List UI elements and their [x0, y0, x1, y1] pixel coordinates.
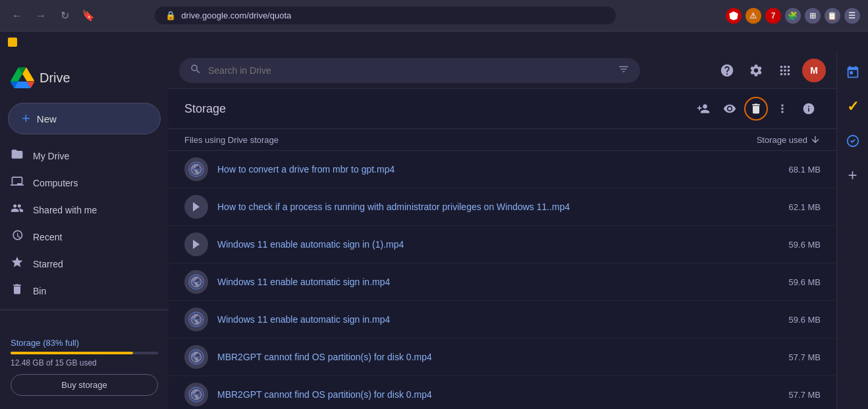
file-icon	[184, 157, 208, 181]
file-icon	[184, 383, 208, 406]
storage-page-title: Storage	[184, 102, 226, 116]
file-icon	[184, 195, 208, 219]
my-drive-icon	[11, 148, 24, 164]
file-icon	[184, 345, 208, 369]
file-size: 57.7 MB	[774, 352, 821, 362]
file-list-size-header: Storage used	[757, 134, 821, 145]
right-panel: M Storage	[169, 53, 868, 409]
file-name: How to check if a process is running wit…	[217, 202, 774, 212]
table-row[interactable]: Windows 11 enable automatic sign in (1).…	[169, 226, 836, 263]
add-sidebar-button[interactable]: +	[841, 163, 865, 187]
file-size: 59.6 MB	[774, 315, 821, 325]
preview-button[interactable]	[718, 97, 742, 121]
more-options-button[interactable]	[771, 97, 794, 121]
settings-button[interactable]	[744, 59, 768, 82]
forward-button[interactable]: →	[32, 7, 50, 25]
my-drive-label: My Drive	[33, 151, 69, 161]
delete-button[interactable]	[744, 97, 768, 121]
url-text: drive.google.com/drive/quota	[181, 11, 291, 20]
storage-label: Storage (83% full)	[11, 338, 158, 348]
top-bar-actions: M	[715, 59, 826, 82]
storage-header: Storage	[169, 89, 836, 129]
new-button-label: New	[37, 113, 57, 124]
sidebar-item-computers[interactable]: Computers	[0, 169, 161, 196]
storage-usage-text: 12.48 GB of 15 GB used	[11, 358, 158, 368]
play-icon	[193, 202, 200, 211]
brave-icon	[726, 8, 742, 24]
add-people-button[interactable]	[692, 97, 715, 121]
table-row[interactable]: How to check if a process is running wit…	[169, 188, 836, 226]
file-name: MBR2GPT cannot find OS partition(s) for …	[217, 352, 774, 362]
table-row[interactable]: Windows 11 enable automatic sign in.mp4 …	[169, 263, 836, 301]
shared-with-me-label: Shared with me	[33, 205, 97, 215]
search-input[interactable]	[208, 65, 611, 76]
ext-orange-icon: ⚠	[746, 8, 761, 24]
sidebar-item-recent[interactable]: Recent	[0, 223, 161, 250]
bin-icon	[11, 283, 24, 299]
file-name: MBR2GPT cannot find OS partition(s) for …	[217, 389, 774, 400]
file-name: Windows 11 enable automatic sign in.mp4	[217, 314, 774, 325]
sidebar-item-bin[interactable]: Bin	[0, 277, 161, 304]
main-content: M Storage	[169, 53, 836, 409]
ext-menu-icon: ☰	[844, 8, 860, 24]
address-bar[interactable]: 🔒 drive.google.com/drive/quota	[155, 7, 616, 24]
sidebar-item-my-drive[interactable]: My Drive	[0, 142, 161, 169]
file-name: Windows 11 enable automatic sign in (1).…	[217, 239, 774, 250]
file-size: 59.6 MB	[774, 277, 821, 287]
sidebar: Drive + New My Drive Computers Shared wi…	[0, 53, 169, 409]
search-filter-icon[interactable]	[618, 63, 630, 78]
tab-favicon	[8, 38, 17, 47]
file-icon	[184, 308, 208, 331]
ext-grid-icon: ⊞	[805, 8, 821, 24]
file-size: 68.1 MB	[774, 165, 821, 175]
bluecircle-sidebar-icon[interactable]	[841, 129, 865, 153]
info-button[interactable]	[797, 97, 821, 121]
sidebar-header: Drive	[0, 58, 169, 100]
play-icon	[193, 240, 200, 249]
sidebar-item-shared-with-me[interactable]: Shared with me	[0, 196, 161, 223]
bin-label: Bin	[33, 286, 46, 296]
table-row[interactable]: Windows 11 enable automatic sign in.mp4 …	[169, 301, 836, 339]
reload-button[interactable]: ↻	[55, 7, 74, 25]
storage-action-buttons	[692, 97, 821, 121]
table-row[interactable]: How to convert a drive from mbr to gpt.m…	[169, 151, 836, 188]
calendar-sidebar-icon[interactable]	[841, 61, 865, 84]
search-icon	[190, 63, 202, 78]
new-button[interactable]: + New	[8, 103, 161, 134]
recent-icon	[11, 229, 24, 245]
file-list-header: Files using Drive storage Storage used	[169, 129, 836, 151]
file-list: How to convert a drive from mbr to gpt.m…	[169, 151, 836, 409]
lock-icon: 🔒	[165, 11, 176, 20]
app-container: Drive + New My Drive Computers Shared wi…	[0, 53, 868, 409]
file-name: How to convert a drive from mbr to gpt.m…	[217, 164, 774, 175]
ext-puzzle-icon: 🧩	[785, 8, 801, 24]
file-size: 57.7 MB	[774, 390, 821, 400]
file-size: 59.6 MB	[774, 240, 821, 250]
computers-icon	[11, 175, 24, 191]
buy-storage-button[interactable]: Buy storage	[11, 374, 158, 396]
ext-clip-icon: 📋	[825, 8, 840, 24]
help-button[interactable]	[715, 59, 739, 82]
table-row[interactable]: MBR2GPT cannot find OS partition(s) for …	[169, 376, 836, 409]
browser-extensions: ⚠ 7 🧩 ⊞ 📋 ☰	[726, 8, 860, 24]
table-row[interactable]: MBR2GPT cannot find OS partition(s) for …	[169, 339, 836, 376]
top-bar: M	[169, 53, 836, 89]
apps-button[interactable]	[773, 59, 797, 82]
file-list-name-header: Files using Drive storage	[184, 135, 757, 145]
tasks-sidebar-icon[interactable]: ✓	[841, 95, 865, 119]
bookmark-button[interactable]: 🔖	[79, 7, 97, 25]
drive-logo	[11, 66, 34, 90]
drive-title: Drive	[40, 70, 70, 86]
ext-red-7-icon: 7	[765, 8, 781, 24]
search-bar[interactable]	[179, 58, 640, 83]
sidebar-item-starred[interactable]: Starred	[0, 250, 161, 277]
account-avatar[interactable]: M	[802, 59, 826, 82]
file-size: 62.1 MB	[774, 202, 821, 212]
back-button[interactable]: ←	[8, 7, 26, 25]
file-icon	[184, 232, 208, 256]
plus-icon: +	[22, 111, 30, 126]
file-name: Windows 11 enable automatic sign in.mp4	[217, 277, 774, 287]
recent-label: Recent	[33, 232, 62, 242]
shared-icon	[11, 202, 24, 218]
starred-label: Starred	[33, 259, 63, 269]
